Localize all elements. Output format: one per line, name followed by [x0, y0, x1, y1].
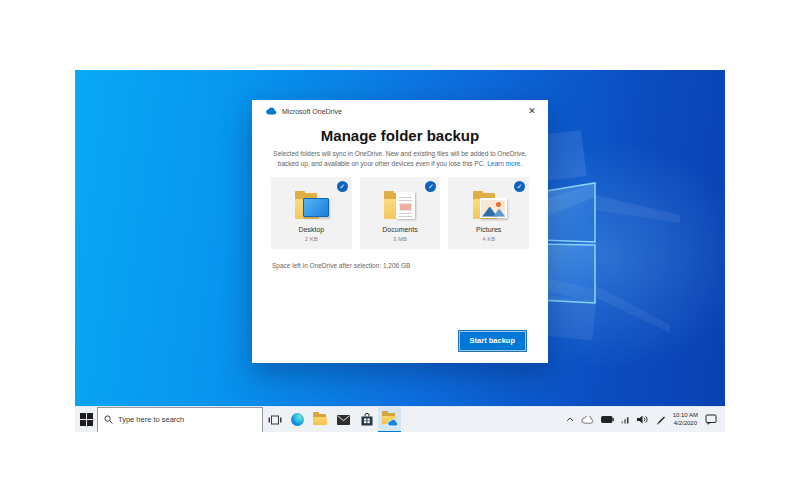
dialog-titlebar: Microsoft OneDrive ✕ — [252, 100, 548, 122]
folder-card-pictures[interactable]: ✓ Pictures 4 KB — [448, 177, 529, 249]
document-page-glyph — [396, 192, 415, 219]
folder-card-desktop[interactable]: ✓ Desktop 2 KB — [271, 177, 352, 249]
photo-glyph — [480, 198, 507, 218]
store-icon — [361, 413, 373, 426]
mail-button[interactable] — [332, 407, 355, 433]
screenshot-frame: Microsoft OneDrive ✕ Manage folder backu… — [0, 0, 800, 500]
windows-logo-wallpaper — [530, 175, 720, 385]
onedrive-folder-icon — [382, 413, 397, 425]
monitor-glyph — [303, 198, 329, 217]
search-box[interactable] — [97, 407, 263, 433]
clock-date: 4/2/2020 — [673, 420, 698, 428]
store-button[interactable] — [355, 407, 378, 433]
speaker-icon — [637, 415, 649, 424]
folder-name: Pictures — [448, 226, 529, 233]
space-left-text: Space left in OneDrive after selection: … — [272, 262, 548, 269]
action-center-button[interactable] — [705, 414, 717, 425]
onedrive-taskbar-button[interactable] — [378, 407, 401, 433]
mail-icon — [337, 415, 350, 425]
windows-start-icon — [80, 413, 93, 426]
folder-cards: ✓ Desktop 2 KB ✓ — [271, 177, 529, 249]
search-input[interactable] — [118, 415, 248, 424]
desktop: Microsoft OneDrive ✕ Manage folder backu… — [75, 70, 725, 432]
learn-more-link[interactable]: Learn more. — [487, 160, 522, 167]
onedrive-tray-button[interactable] — [581, 416, 594, 424]
network-icon — [621, 416, 630, 424]
edge-icon — [291, 413, 304, 426]
file-explorer-button[interactable] — [309, 407, 332, 433]
onedrive-cloud-icon — [266, 107, 277, 115]
folder-name: Desktop — [271, 226, 352, 233]
dialog-heading: Manage folder backup — [252, 127, 548, 144]
start-backup-button[interactable]: Start backup — [459, 331, 526, 351]
folder-name: Documents — [360, 226, 441, 233]
edge-button[interactable] — [286, 407, 309, 433]
task-view-icon — [268, 414, 282, 426]
action-center-icon — [705, 414, 717, 425]
network-button[interactable] — [621, 416, 630, 424]
clock[interactable]: 10:10 AM 4/2/2020 — [673, 412, 698, 427]
close-icon[interactable]: ✕ — [524, 106, 540, 116]
show-hidden-icons-button[interactable] — [566, 417, 574, 422]
documents-folder-icon — [360, 190, 441, 223]
task-view-button[interactable] — [263, 407, 286, 433]
file-explorer-icon — [313, 414, 328, 426]
folder-card-documents[interactable]: ✓ Documents 3 MB — [360, 177, 441, 249]
chevron-up-icon — [566, 417, 574, 422]
battery-button[interactable] — [601, 416, 614, 423]
dialog-description: Selected folders will sync in OneDrive. … — [266, 149, 534, 168]
battery-icon — [601, 416, 614, 423]
start-button[interactable] — [75, 407, 97, 433]
pen-icon — [656, 415, 666, 425]
clock-time: 10:10 AM — [673, 412, 698, 420]
cloud-tray-icon — [581, 416, 594, 424]
onedrive-dialog: Microsoft OneDrive ✕ Manage folder backu… — [252, 100, 548, 363]
folder-size: 3 MB — [360, 236, 441, 242]
volume-button[interactable] — [637, 415, 649, 424]
search-icon — [104, 415, 113, 424]
folder-size: 4 KB — [448, 236, 529, 242]
folder-size: 2 KB — [271, 236, 352, 242]
taskbar: 10:10 AM 4/2/2020 — [75, 406, 725, 432]
desktop-folder-icon — [271, 190, 352, 223]
window-title: Microsoft OneDrive — [282, 108, 342, 115]
windows-ink-button[interactable] — [656, 415, 666, 425]
system-tray: 10:10 AM 4/2/2020 — [566, 412, 725, 427]
pictures-folder-icon — [448, 190, 529, 223]
